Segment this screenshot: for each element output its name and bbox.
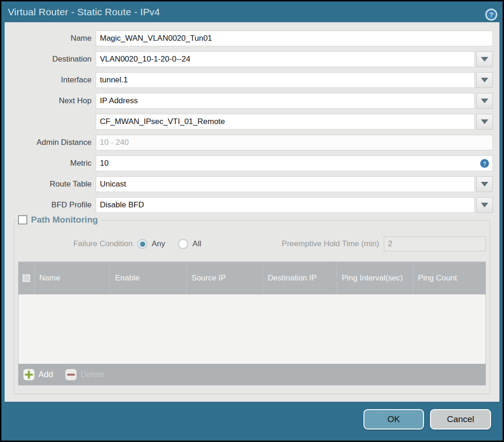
chevron-down-icon (481, 99, 488, 103)
route-table-label: Route Table (5, 180, 96, 189)
add-button-label: Add (38, 370, 53, 380)
path-monitoring-legend: Path Monitoring (17, 215, 102, 225)
dialog-title: Virtual Router - Static Route - IPv4 (8, 6, 160, 18)
column-header-ping-count[interactable]: Ping Count (413, 262, 486, 294)
next-hop-label: Next Hop (5, 96, 96, 106)
form-row-bfd-profile: BFD Profile (5, 197, 493, 213)
route-table-input[interactable] (96, 176, 475, 192)
delete-button[interactable]: Delete (65, 369, 104, 380)
admin-distance-label: Admin Distance (5, 138, 96, 147)
form-row-admin-distance: Admin Distance (5, 135, 493, 150)
next-hop-address-input[interactable] (96, 114, 475, 130)
preemptive-hold-time-label: Preemptive Hold Time (min) (282, 239, 384, 249)
interface-dropdown-button[interactable] (476, 72, 493, 88)
next-hop-address-dropdown-button[interactable] (476, 114, 493, 130)
minus-icon (65, 369, 77, 380)
static-route-form: Name Destination Interface (5, 22, 499, 213)
form-row-next-hop-value (5, 114, 493, 130)
form-row-name: Name (5, 31, 493, 46)
help-icon[interactable]: ? (485, 8, 498, 21)
column-header-name[interactable]: Name (34, 262, 110, 294)
bfd-profile-label: BFD Profile (5, 200, 96, 210)
chevron-down-icon (481, 203, 488, 207)
table-header-checkbox-cell (18, 262, 34, 294)
admin-distance-input[interactable] (96, 135, 493, 150)
select-all-checkbox[interactable] (22, 274, 31, 282)
dialog-window: Virtual Router - Static Route - IPv4 ? N… (1, 1, 503, 441)
column-header-enable[interactable]: Enable (110, 262, 186, 294)
svg-text:?: ? (483, 161, 486, 167)
chevron-down-icon (481, 119, 488, 124)
bfd-profile-input[interactable] (96, 197, 475, 213)
path-monitoring-title: Path Monitoring (31, 215, 98, 225)
metric-label: Metric (5, 159, 96, 168)
column-header-source-ip[interactable]: Source IP (186, 262, 263, 294)
interface-label: Interface (5, 75, 96, 85)
path-monitoring-section: Path Monitoring Failure Condition Any Al… (14, 220, 490, 394)
delete-button-label: Delete (80, 370, 104, 380)
destination-label: Destination (5, 55, 96, 64)
table-header-row: Name Enable Source IP Destination IP Pin… (18, 262, 486, 294)
ok-button[interactable]: OK (363, 409, 424, 430)
metric-input[interactable] (96, 156, 493, 171)
route-table-dropdown-button[interactable] (476, 176, 493, 192)
radio-dot (140, 242, 145, 247)
form-row-route-table: Route Table (5, 176, 493, 192)
destination-dropdown-button[interactable] (476, 51, 493, 67)
column-header-destination-ip[interactable]: Destination IP (263, 262, 337, 294)
option-all-label: All (192, 239, 201, 249)
chevron-down-icon (481, 182, 488, 187)
chevron-down-icon (481, 78, 488, 82)
cancel-button[interactable]: Cancel (430, 409, 491, 430)
chevron-down-icon (481, 57, 488, 62)
dialog-content: Name Destination Interface (5, 22, 499, 402)
dialog-buttons: OK Cancel (363, 409, 491, 430)
path-monitoring-controls: Failure Condition Any All Preemptive Hol… (18, 237, 486, 251)
form-row-next-hop: Next Hop (5, 93, 493, 109)
interface-input[interactable] (96, 72, 475, 88)
radio-selected-icon (137, 239, 148, 249)
failure-condition-option-any[interactable]: Any (137, 239, 165, 249)
path-monitoring-table: Name Enable Source IP Destination IP Pin… (18, 261, 486, 386)
bfd-profile-dropdown-button[interactable] (476, 197, 493, 213)
svg-text:?: ? (489, 11, 493, 19)
failure-condition-label: Failure Condition (18, 239, 137, 249)
table-toolbar: Add Delete (18, 364, 486, 385)
add-button[interactable]: Add (23, 369, 53, 380)
titlebar: Virtual Router - Static Route - IPv4 (1, 1, 503, 22)
plus-icon (23, 369, 35, 380)
form-row-interface: Interface (5, 72, 493, 88)
radio-unselected-icon (178, 239, 188, 249)
column-header-ping-interval[interactable]: Ping Interval(sec) (337, 262, 413, 294)
metric-info-icon[interactable]: ? (480, 159, 489, 168)
name-input[interactable] (96, 31, 493, 46)
next-hop-dropdown-button[interactable] (476, 93, 493, 109)
option-any-label: Any (152, 239, 165, 249)
table-body-empty (18, 294, 486, 364)
destination-input[interactable] (96, 51, 475, 67)
preemptive-hold-time-input[interactable] (384, 237, 486, 251)
path-monitoring-checkbox[interactable] (18, 215, 27, 224)
failure-condition-option-all[interactable]: All (178, 239, 201, 249)
name-label: Name (5, 34, 96, 43)
form-row-metric: Metric ? (5, 156, 493, 171)
form-row-destination: Destination (5, 51, 493, 67)
next-hop-type-input[interactable] (96, 93, 475, 109)
